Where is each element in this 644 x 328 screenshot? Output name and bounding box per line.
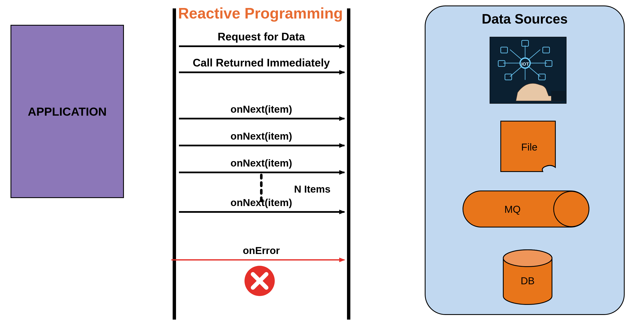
svg-point-34 — [503, 250, 552, 267]
sequence-diagram: Reactive Programming Request for Data Ca… — [172, 5, 349, 319]
arrow-onnext-1: onNext(item) — [179, 104, 344, 119]
reactive-programming-diagram: APPLICATION Reactive Programming Request… — [0, 0, 644, 328]
db-label: DB — [521, 275, 535, 286]
n-items-label: N Items — [294, 184, 330, 195]
svg-text:IOT: IOT — [521, 61, 529, 67]
db-icon: DB — [503, 250, 552, 304]
error-icon — [244, 266, 275, 296]
iot-image-icon: IOT — [490, 37, 566, 103]
arrow-onnext-3-label: onNext(item) — [230, 157, 292, 169]
mq-label: MQ — [504, 204, 520, 215]
data-sources-title: Data Sources — [482, 11, 568, 27]
arrow-onerror: onError — [172, 245, 344, 260]
application-block: APPLICATION — [11, 25, 124, 198]
svg-rect-31 — [551, 91, 566, 101]
arrow-request: Request for Data — [179, 31, 344, 46]
arrow-onnext-4-label: onNext(item) — [230, 197, 292, 208]
arrow-onnext-2: onNext(item) — [179, 131, 344, 146]
data-sources-panel: Data Sources IOT — [425, 6, 624, 314]
mq-icon: MQ — [463, 191, 589, 227]
arrow-onnext-1-label: onNext(item) — [230, 104, 292, 115]
arrow-onerror-label: onError — [243, 245, 280, 256]
arrow-call-returned-label: Call Returned Immediately — [192, 57, 330, 69]
arrow-call-returned: Call Returned Immediately — [179, 57, 344, 72]
diagram-title: Reactive Programming — [178, 5, 343, 22]
arrow-onnext-2-label: onNext(item) — [230, 131, 292, 142]
application-label: APPLICATION — [28, 105, 106, 118]
svg-point-33 — [554, 191, 589, 227]
arrow-onnext-3: onNext(item) — [179, 157, 344, 172]
arrow-request-label: Request for Data — [218, 31, 305, 43]
file-icon: File — [501, 121, 555, 172]
file-label: File — [521, 142, 537, 153]
arrow-onnext-4: onNext(item) — [179, 197, 344, 212]
